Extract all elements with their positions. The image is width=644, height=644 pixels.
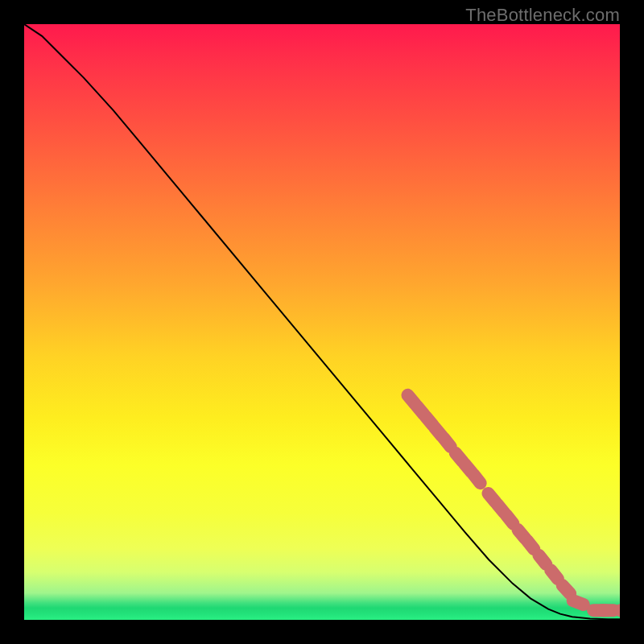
marker-point <box>444 438 451 447</box>
plot-area <box>24 24 620 620</box>
markers-group <box>408 395 620 610</box>
marker-point <box>506 514 514 523</box>
marker-point <box>573 601 584 605</box>
marker-point <box>408 395 415 404</box>
marker-point <box>527 540 535 549</box>
marker-point <box>456 453 463 462</box>
marker-point <box>518 530 525 539</box>
marker-point <box>426 416 433 425</box>
curve-line <box>24 24 620 619</box>
marker-point <box>488 493 495 502</box>
marker-point <box>464 464 472 473</box>
marker-point <box>417 406 424 415</box>
watermark-text: TheBottleneck.com <box>465 5 620 26</box>
marker-point <box>435 427 442 436</box>
marker-point <box>539 555 546 564</box>
marker-point <box>551 570 558 579</box>
chart-overlay <box>24 24 620 620</box>
marker-point <box>563 585 570 593</box>
chart-frame: TheBottleneck.com <box>0 0 644 644</box>
marker-point <box>497 504 505 513</box>
marker-point <box>473 474 481 483</box>
